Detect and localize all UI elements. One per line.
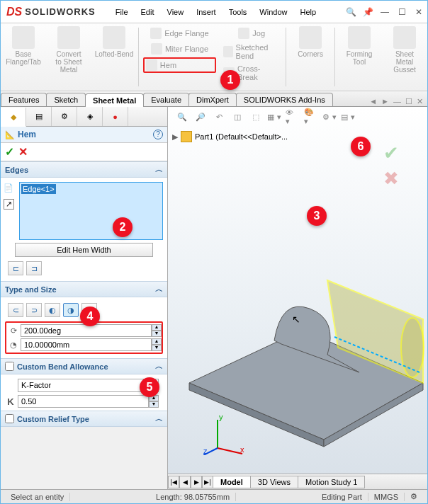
label: Sketched Bend [236,43,281,60]
tear-drop-icon[interactable]: ◐ [45,303,60,317]
doc-close-icon[interactable]: ✕ [417,97,423,106]
angle-input[interactable] [21,324,152,337]
radius-spinner[interactable]: ▲▼ [152,338,162,351]
view-settings-icon[interactable]: ⚙ ▾ [322,110,337,124]
part-name[interactable]: Part1 (Default<<Default>... [195,132,288,141]
doc-prev-icon[interactable]: ◄ [369,97,377,106]
tab-scroll[interactable]: |◀◀▶▶| [168,476,213,488]
flyout-tree[interactable]: ▶ Part1 (Default<<Default>... [172,131,288,142]
corners-button[interactable]: Corners [291,26,330,58]
svg-text:z: z [203,447,208,455]
menu-tools[interactable]: Tools [223,5,253,19]
tab-features[interactable]: Features [1,93,47,106]
hem-button[interactable]: Hem [143,57,216,73]
dimxpert-tab[interactable]: ◈ [77,107,103,126]
k-factor-input[interactable] [18,395,149,408]
radius-input[interactable] [21,338,152,351]
label: Custom Bend Allowance [17,362,108,371]
menu-view[interactable]: View [162,5,190,19]
rolled-hem-icon[interactable]: ◑ [63,303,79,317]
confirm-cancel-icon[interactable]: ✖ [383,168,399,190]
config-tab[interactable]: ⚙ [52,107,77,126]
edit-hem-width-button[interactable]: Edit Hem Width [15,243,153,257]
bottom-tabs: |◀◀▶▶| Model 3D Views Motion Study 1 [168,474,427,489]
tab-addins[interactable]: SOLIDWORKS Add-Ins [236,93,333,106]
crt-checkbox[interactable] [5,414,14,423]
cancel-button[interactable]: ✕ [18,145,28,159]
graphics-viewport[interactable]: 🔍 🔎 ↶ ◫ ⬚ ▦ ▾ 👁 ▾ 🎨 ▾ ⚙ ▾ ▤ ▾ ▶ Part1 (D… [168,107,427,489]
ok-button[interactable]: ✓ [5,145,14,159]
miter-flange-button[interactable]: Miter Flange [150,42,210,56]
reverse-icon[interactable]: ↗ [4,199,14,210]
angle-icon: ⟳ [6,324,21,337]
angle-spinner[interactable]: ▲▼ [152,324,162,337]
expand-icon[interactable]: ▶ [172,132,178,142]
closed-hem-icon[interactable]: ⊂ [8,303,23,317]
edges-selection-box[interactable]: Edge<1> [19,182,163,240]
part-icon [181,131,192,142]
tab-3d-views[interactable]: 3D Views [250,476,298,488]
edge-item-1[interactable]: Edge<1> [21,184,56,194]
doc-next-icon[interactable]: ► [381,97,389,106]
status-options-icon[interactable]: ⚙ [405,492,423,501]
pin-icon[interactable]: 📌 [362,6,373,18]
display-tab[interactable]: ● [103,107,128,126]
zoom-area-icon[interactable]: 🔎 [193,110,208,124]
hide-show-icon[interactable]: 👁 ▾ [286,110,300,124]
cba-type-select[interactable]: K-Factor▾ [18,379,159,392]
open-hem-icon[interactable]: ⊃ [26,303,42,317]
doc-maximize-icon[interactable]: ☐ [405,97,412,106]
tab-model[interactable]: Model [213,476,251,488]
base-flange-button[interactable]: BaseFlange/Tab [4,26,43,66]
property-tab[interactable]: ▤ [26,107,52,126]
prev-view-icon[interactable]: ↶ [212,110,226,124]
tab-sheet-metal[interactable]: Sheet Metal [85,93,144,107]
label: SheetMetalGusset [393,50,416,74]
panel-tabs: ◆ ▤ ⚙ ◈ ● [1,107,167,127]
sheet-metal-gusset-button[interactable]: SheetMetalGusset [385,26,424,74]
render-icon[interactable]: ▤ ▾ [341,110,355,124]
zoom-fit-icon[interactable]: 🔍 [175,110,189,124]
forming-tool-button[interactable]: FormingTool [339,26,379,66]
view-orient-icon[interactable]: ⬚ [249,110,263,124]
tab-evaluate[interactable]: Evaluate [143,93,189,106]
edges-header[interactable]: Edges ︿ [1,161,167,178]
main-menu: File Edit View Insert Tools Window Help [110,5,322,19]
type-size-header[interactable]: Type and Size ︿ [1,281,167,297]
feature-manager-tab[interactable]: ◆ [1,108,26,127]
maximize-icon[interactable]: ☐ [396,6,407,18]
material-outside-icon[interactable]: ⊐ [26,261,42,275]
callout-5: 5 [140,377,159,397]
callout-2: 2 [113,217,133,237]
status-units[interactable]: MMGS [368,493,405,501]
menu-help[interactable]: Help [294,5,322,19]
search-icon[interactable]: 🔍 [345,6,356,18]
menu-insert[interactable]: Insert [191,5,222,19]
label: K-Factor [21,381,51,390]
display-style-icon[interactable]: ▦ ▾ [267,110,281,124]
menu-file[interactable]: File [110,5,134,19]
close-icon[interactable]: ✕ [413,6,424,18]
window-controls: 🔍 📌 — ☐ ✕ [345,6,427,18]
help-icon[interactable]: ? [153,130,163,139]
scene-icon[interactable]: 🎨 ▾ [304,110,318,124]
menu-edit[interactable]: Edit [135,5,160,19]
material-inside-icon[interactable]: ⊏ [8,261,23,275]
sketched-bend-button[interactable]: Sketched Bend [222,42,281,62]
lofted-bend-button[interactable]: Lofted-Bend [94,26,134,58]
jog-button[interactable]: Jog [237,26,266,40]
menu-window[interactable]: Window [254,5,293,19]
doc-minimize-icon[interactable]: — [393,97,401,106]
convert-sheet-metal-button[interactable]: Convertto SheetMetal [49,26,89,74]
section-view-icon[interactable]: ◫ [230,110,244,124]
minimize-icon[interactable]: — [379,6,390,18]
edge-flange-button[interactable]: Edge Flange [149,26,210,40]
crt-header[interactable]: Custom Relief Type ︿ [1,411,167,427]
cba-checkbox[interactable] [5,362,14,371]
confirm-ok-icon[interactable]: ✔ [383,142,399,164]
tab-dimxpert[interactable]: DimXpert [188,93,237,106]
cba-header[interactable]: Custom Bend Allowance ︿ [1,358,167,374]
tab-sketch[interactable]: Sketch [46,93,86,106]
tab-motion-study[interactable]: Motion Study 1 [298,476,365,488]
callout-6: 6 [351,137,371,156]
